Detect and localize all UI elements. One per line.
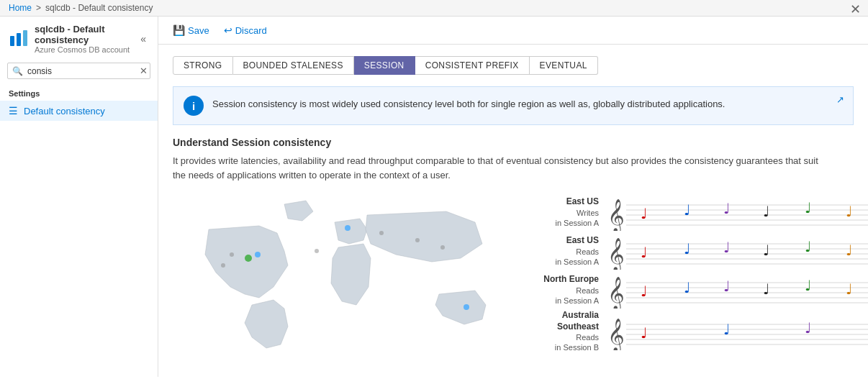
- svg-point-10: [315, 249, 319, 253]
- discard-label: Discard: [235, 25, 267, 36]
- sidebar-collapse-button[interactable]: «: [137, 32, 149, 46]
- music-staff-rows: East US Writes in Session A: [518, 193, 868, 355]
- breadcrumb: Home > sqlcdb - Default consistency ✕: [0, 0, 868, 17]
- row-label-east-us-writes: East US Writes in Session A: [518, 196, 605, 228]
- svg-text:𝄞: 𝄞: [607, 277, 625, 309]
- svg-text:♩: ♩: [805, 278, 811, 293]
- info-icon: i: [184, 96, 204, 116]
- svg-text:♩: ♩: [763, 281, 769, 297]
- music-row-east-us-writes: East US Writes in Session A: [518, 193, 868, 231]
- info-text: Session consistency is most widely used …: [212, 96, 843, 109]
- svg-rect-1: [17, 33, 21, 46]
- svg-text:♩: ♩: [641, 283, 647, 299]
- svg-text:♩: ♩: [763, 204, 769, 219]
- staff-east-us-reads: 𝄞 ♩ ♩ ♩ ♩ ♩ ♩: [605, 232, 868, 270]
- svg-text:♩: ♩: [723, 321, 730, 337]
- svg-text:♩: ♩: [846, 204, 852, 219]
- svg-point-9: [440, 245, 445, 250]
- staff-australia-se-reads: 𝄞 ♩ ♩ ♩: [605, 313, 868, 350]
- save-icon: 💾: [173, 24, 185, 36]
- svg-text:♩: ♩: [805, 320, 811, 336]
- svg-point-8: [415, 238, 420, 242]
- tab-session[interactable]: SESSION: [354, 56, 415, 75]
- row-label-australia-se-reads: Australia Southeast Reads in Session B: [518, 310, 605, 353]
- svg-text:♩: ♩: [641, 325, 647, 341]
- svg-text:♩: ♩: [723, 278, 730, 294]
- row-label-east-us-reads: East US Reads in Session A: [518, 235, 605, 267]
- search-box: 🔍 ✕: [7, 63, 150, 79]
- sidebar-app-subtitle: Azure Cosmos DB account: [35, 45, 132, 54]
- sidebar-item-label: Default consistency: [24, 106, 105, 117]
- svg-text:♩: ♩: [723, 239, 730, 255]
- external-link-icon[interactable]: ↗: [836, 94, 844, 105]
- svg-text:♩: ♩: [723, 201, 730, 216]
- sidebar-header: sqlcdb - Default consistency Azure Cosmo…: [0, 17, 158, 58]
- svg-point-5: [345, 225, 351, 231]
- consistency-tabs: STRONG BOUNDED STALENESS SESSION CONSIST…: [173, 56, 854, 75]
- breadcrumb-home[interactable]: Home: [9, 3, 32, 13]
- svg-rect-2: [23, 30, 27, 46]
- svg-text:♩: ♩: [805, 239, 811, 255]
- search-input[interactable]: [27, 66, 135, 76]
- svg-point-3: [245, 255, 252, 262]
- close-button[interactable]: ✕: [850, 1, 861, 17]
- svg-text:𝄞: 𝄞: [607, 319, 625, 350]
- svg-text:♩: ♩: [846, 281, 852, 297]
- svg-point-4: [255, 252, 261, 257]
- staff-north-europe-reads: 𝄞 ♩ ♩ ♩ ♩ ♩ ♩: [605, 271, 868, 309]
- tab-eventual[interactable]: EVENTUAL: [530, 56, 598, 75]
- row-label-north-europe-reads: North Europe Reads in Session A: [518, 274, 605, 306]
- svg-point-7: [379, 231, 384, 235]
- toolbar: 💾 Save ↩ Discard: [158, 17, 868, 45]
- svg-text:♩: ♩: [641, 245, 647, 260]
- svg-point-12: [230, 252, 234, 257]
- music-row-east-us-reads: East US Reads in Session A 𝄞: [518, 232, 868, 270]
- breadcrumb-current: sqlcdb - Default consistency: [45, 3, 153, 13]
- menu-icon: ☰: [9, 105, 18, 117]
- discard-button[interactable]: ↩ Discard: [221, 22, 270, 38]
- tab-strong[interactable]: STRONG: [173, 56, 233, 75]
- svg-point-11: [221, 263, 225, 268]
- svg-text:♩: ♩: [763, 242, 769, 258]
- save-label: Save: [188, 25, 209, 36]
- tab-bounded-staleness[interactable]: BOUNDED STALENESS: [233, 56, 354, 75]
- svg-text:♩: ♩: [684, 202, 690, 218]
- svg-text:♩: ♩: [846, 242, 852, 258]
- svg-text:𝄞: 𝄞: [607, 199, 625, 231]
- svg-text:♩: ♩: [684, 241, 690, 257]
- section-description: It provides write latencies, availabilit…: [173, 154, 820, 182]
- main-content: 💾 Save ↩ Discard STRONG BOUNDED STALENES…: [158, 17, 868, 377]
- content-body: STRONG BOUNDED STALENESS SESSION CONSIST…: [158, 45, 868, 377]
- discard-icon: ↩: [224, 24, 232, 36]
- sidebar-item-default-consistency[interactable]: ☰ Default consistency: [0, 101, 158, 121]
- search-clear-button[interactable]: ✕: [140, 65, 148, 76]
- music-row-australia-se-reads: Australia Southeast Reads in Session B: [518, 310, 868, 353]
- save-button[interactable]: 💾 Save: [170, 22, 212, 38]
- music-row-north-europe-reads: North Europe Reads in Session A: [518, 271, 868, 309]
- sidebar-app-title: sqlcdb - Default consistency: [35, 24, 132, 45]
- svg-text:♩: ♩: [641, 206, 647, 222]
- world-map: [173, 193, 518, 352]
- visualization-area: East US Writes in Session A: [173, 193, 854, 355]
- svg-text:𝄞: 𝄞: [607, 238, 625, 270]
- info-banner: i Session consistency is most widely use…: [173, 86, 854, 125]
- settings-section-label: Settings: [0, 83, 158, 101]
- svg-text:♩: ♩: [684, 280, 690, 296]
- breadcrumb-sep1: >: [36, 3, 41, 13]
- sidebar: sqlcdb - Default consistency Azure Cosmo…: [0, 17, 158, 377]
- svg-text:♩: ♩: [805, 200, 811, 216]
- svg-point-6: [464, 304, 469, 310]
- staff-east-us-writes: 𝄞 ♩ ♩ ♩ ♩ ♩ ♩: [605, 193, 868, 231]
- svg-rect-0: [10, 36, 14, 46]
- section-title: Understand Session consistency: [173, 137, 854, 148]
- tab-consistent-prefix[interactable]: CONSISTENT PREFIX: [415, 56, 530, 75]
- cosmos-db-icon: [9, 29, 29, 49]
- sidebar-title-block: sqlcdb - Default consistency Azure Cosmo…: [35, 24, 132, 54]
- search-icon: 🔍: [12, 66, 23, 76]
